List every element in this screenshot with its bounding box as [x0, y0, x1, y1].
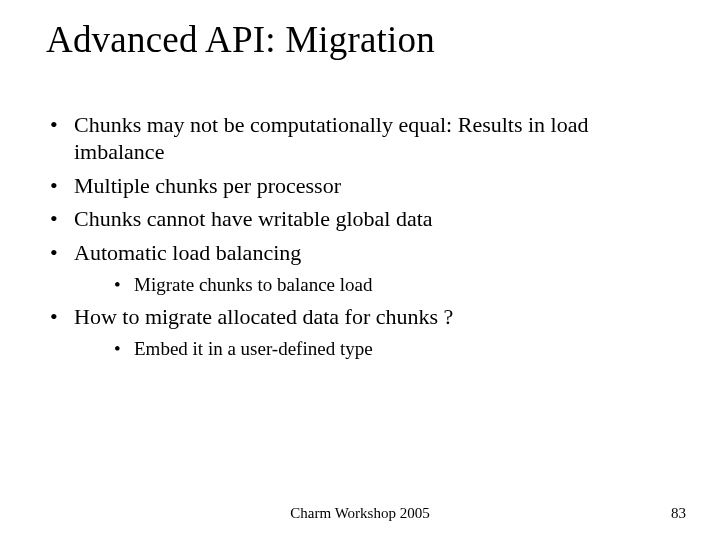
bullet-text: Multiple chunks per processor [74, 173, 341, 198]
bullet-item: Chunks may not be computationally equal:… [40, 112, 680, 166]
slide-title: Advanced API: Migration [46, 18, 435, 61]
bullet-item: Automatic load balancing Migrate chunks … [40, 240, 680, 297]
sub-bullet-list: Migrate chunks to balance load [74, 273, 680, 297]
slide-number: 83 [671, 505, 686, 522]
bullet-text: Chunks cannot have writable global data [74, 206, 433, 231]
sub-bullet-item: Embed it in a user-defined type [74, 337, 680, 361]
bullet-list: Chunks may not be computationally equal:… [40, 112, 680, 360]
bullet-item: How to migrate allocated data for chunks… [40, 304, 680, 361]
slide-body: Chunks may not be computationally equal:… [40, 112, 680, 367]
footer-center: Charm Workshop 2005 [0, 505, 720, 522]
slide: Advanced API: Migration Chunks may not b… [0, 0, 720, 540]
bullet-item: Chunks cannot have writable global data [40, 206, 680, 233]
sub-bullet-text: Embed it in a user-defined type [134, 338, 373, 359]
bullet-text: How to migrate allocated data for chunks… [74, 304, 453, 329]
sub-bullet-list: Embed it in a user-defined type [74, 337, 680, 361]
bullet-item: Multiple chunks per processor [40, 173, 680, 200]
sub-bullet-item: Migrate chunks to balance load [74, 273, 680, 297]
bullet-text: Chunks may not be computationally equal:… [74, 112, 589, 164]
sub-bullet-text: Migrate chunks to balance load [134, 274, 372, 295]
bullet-text: Automatic load balancing [74, 240, 301, 265]
